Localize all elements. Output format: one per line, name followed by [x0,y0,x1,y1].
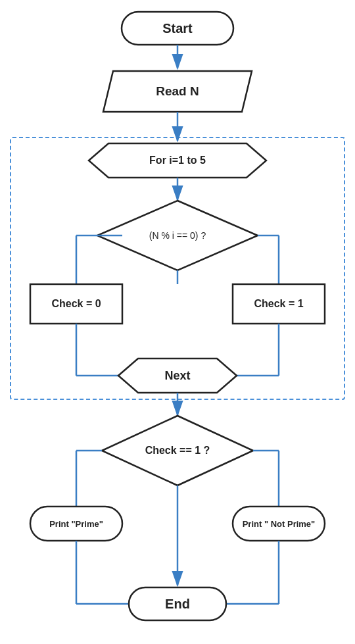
print-prime-label: Print "Prime" [30,507,122,541]
diamond1-label: (N % i == 0) ? [97,209,258,262]
print-not-prime-label: Print " Not Prime" [233,507,325,541]
check0-label: Check = 0 [30,284,122,324]
check1-label: Check = 1 [233,284,325,324]
end-label: End [129,587,226,620]
start-label: Start [122,12,233,45]
diamond2-label: Check == 1 ? [102,424,253,477]
read-n-label: Read N [103,71,252,112]
next-label: Next [118,359,237,393]
for-loop-label: For i=1 to 5 [89,143,266,178]
flowchart: Start Read N For i=1 to 5 (N % i == 0) ?… [0,0,355,644]
